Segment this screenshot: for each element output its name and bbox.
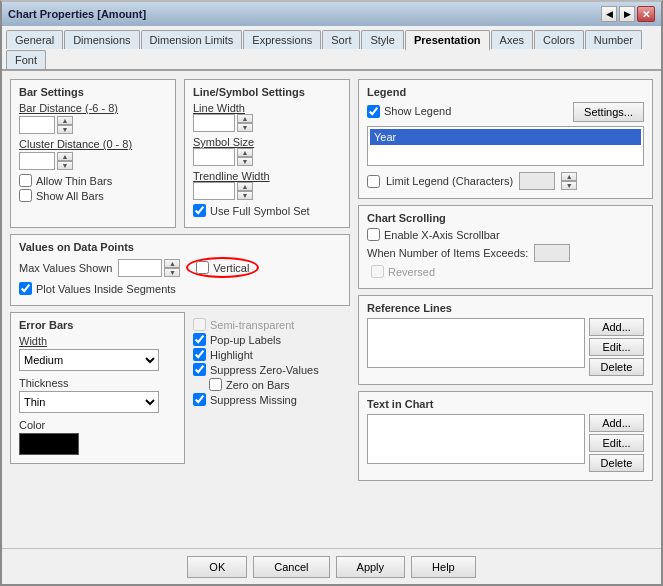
color-label: Color bbox=[19, 419, 176, 431]
trendline-spin-btns: ▲ ▼ bbox=[237, 182, 253, 200]
tab-dimensions[interactable]: Dimensions bbox=[64, 30, 139, 49]
cluster-distance-spinner: 5 ▲ ▼ bbox=[19, 152, 73, 170]
top-sections: Bar Settings Bar Distance (-6 - 8) 2 ▲ ▼ bbox=[10, 79, 350, 228]
symbol-size-input[interactable]: 2 pt bbox=[193, 148, 235, 166]
thickness-dropdown[interactable]: Thin Medium Thick bbox=[19, 391, 159, 413]
show-all-bars-checkbox[interactable] bbox=[19, 189, 32, 202]
color-picker[interactable] bbox=[19, 433, 79, 455]
line-width-up[interactable]: ▲ bbox=[237, 114, 253, 123]
suppress-zero-row: Suppress Zero-Values bbox=[193, 363, 350, 376]
suppress-zero-checkbox[interactable] bbox=[193, 363, 206, 376]
symbol-size-down[interactable]: ▼ bbox=[237, 157, 253, 166]
text-edit-button[interactable]: Edit... bbox=[589, 434, 644, 452]
suppress-zero-label: Suppress Zero-Values bbox=[210, 364, 319, 376]
values-on-data-section: Values on Data Points Max Values Shown 1… bbox=[10, 234, 350, 306]
tab-general[interactable]: General bbox=[6, 30, 63, 49]
cancel-button[interactable]: Cancel bbox=[253, 556, 329, 578]
enable-x-axis-label: Enable X-Axis Scrollbar bbox=[384, 229, 500, 241]
text-delete-button[interactable]: Delete bbox=[589, 454, 644, 472]
limit-input[interactable]: 15 bbox=[519, 172, 555, 190]
line-width-spinner: 2 pt ▲ ▼ bbox=[193, 114, 253, 132]
left-panel: Bar Settings Bar Distance (-6 - 8) 2 ▲ ▼ bbox=[10, 79, 350, 540]
legend-list[interactable]: Year bbox=[367, 126, 644, 166]
trendline-width-row: 1 pt ▲ ▼ bbox=[193, 182, 341, 200]
reversed-row: Reversed bbox=[367, 265, 644, 278]
max-values-up[interactable]: ▲ bbox=[164, 259, 180, 268]
cluster-distance-up[interactable]: ▲ bbox=[57, 152, 73, 161]
max-values-down[interactable]: ▼ bbox=[164, 268, 180, 277]
trendline-down[interactable]: ▼ bbox=[237, 191, 253, 200]
chart-scrolling-title: Chart Scrolling bbox=[367, 212, 644, 224]
error-bars-title: Error Bars bbox=[19, 319, 176, 331]
tab-dimension-limits[interactable]: Dimension Limits bbox=[141, 30, 243, 49]
enable-x-axis-checkbox[interactable] bbox=[367, 228, 380, 241]
trendline-width-input[interactable]: 1 pt bbox=[193, 182, 235, 200]
tab-font[interactable]: Font bbox=[6, 50, 46, 69]
max-values-spinner: 100 ▲ ▼ bbox=[118, 259, 180, 277]
error-bars-section: Error Bars Width Medium Narrow Wide Thic… bbox=[10, 312, 185, 464]
text-add-button[interactable]: Add... bbox=[589, 414, 644, 432]
width-dropdown[interactable]: Medium Narrow Wide bbox=[19, 349, 159, 371]
tab-axes[interactable]: Axes bbox=[491, 30, 533, 49]
tab-sort[interactable]: Sort bbox=[322, 30, 360, 49]
limit-down[interactable]: ▼ bbox=[561, 181, 577, 190]
max-values-label: Max Values Shown bbox=[19, 262, 112, 274]
ref-add-button[interactable]: Add... bbox=[589, 318, 644, 336]
suppress-missing-label: Suppress Missing bbox=[210, 394, 297, 406]
vertical-label: Vertical bbox=[213, 262, 249, 274]
vertical-checkbox[interactable] bbox=[196, 261, 209, 274]
symbol-size-spin-btns: ▲ ▼ bbox=[237, 148, 253, 166]
chart-scrolling-section: Chart Scrolling Enable X-Axis Scrollbar … bbox=[358, 205, 653, 289]
apply-button[interactable]: Apply bbox=[336, 556, 406, 578]
content-area: Bar Settings Bar Distance (-6 - 8) 2 ▲ ▼ bbox=[2, 71, 661, 548]
semi-transparent-checkbox[interactable] bbox=[193, 318, 206, 331]
close-button[interactable]: ✕ bbox=[637, 6, 655, 22]
cluster-distance-input[interactable]: 5 bbox=[19, 152, 55, 170]
ref-delete-button[interactable]: Delete bbox=[589, 358, 644, 376]
limit-legend-checkbox[interactable] bbox=[367, 175, 380, 188]
semi-transparent-label: Semi-transparent bbox=[210, 319, 294, 331]
ok-button[interactable]: OK bbox=[187, 556, 247, 578]
text-in-chart-title: Text in Chart bbox=[367, 398, 644, 410]
suppress-missing-checkbox[interactable] bbox=[193, 393, 206, 406]
max-values-input[interactable]: 100 bbox=[118, 259, 162, 277]
semi-transparent-row: Semi-transparent bbox=[193, 318, 350, 331]
tab-style[interactable]: Style bbox=[361, 30, 403, 49]
values-on-data-title: Values on Data Points bbox=[19, 241, 341, 253]
tab-expressions[interactable]: Expressions bbox=[243, 30, 321, 49]
cluster-distance-down[interactable]: ▼ bbox=[57, 161, 73, 170]
show-legend-label: Show Legend bbox=[384, 105, 451, 117]
allow-thin-bars-checkbox[interactable] bbox=[19, 174, 32, 187]
show-legend-checkbox[interactable] bbox=[367, 105, 380, 118]
legend-item-year[interactable]: Year bbox=[370, 129, 641, 145]
tab-colors[interactable]: Colors bbox=[534, 30, 584, 49]
popup-labels-label: Pop-up Labels bbox=[210, 334, 281, 346]
exceeds-input[interactable]: 10 bbox=[534, 244, 570, 262]
reversed-checkbox[interactable] bbox=[371, 265, 384, 278]
trendline-up[interactable]: ▲ bbox=[237, 182, 253, 191]
use-full-symbol-checkbox[interactable] bbox=[193, 204, 206, 217]
bar-distance-up[interactable]: ▲ bbox=[57, 116, 73, 125]
plot-values-checkbox[interactable] bbox=[19, 282, 32, 295]
zero-on-bars-checkbox[interactable] bbox=[209, 378, 222, 391]
max-values-row: Max Values Shown 100 ▲ ▼ Vertical bbox=[19, 257, 341, 278]
prev-arrow[interactable]: ◀ bbox=[601, 6, 617, 22]
tab-presentation[interactable]: Presentation bbox=[405, 30, 490, 51]
highlight-checkbox[interactable] bbox=[193, 348, 206, 361]
line-width-input[interactable]: 2 pt bbox=[193, 114, 235, 132]
bar-distance-input[interactable]: 2 bbox=[19, 116, 55, 134]
legend-settings-button[interactable]: Settings... bbox=[573, 102, 644, 122]
popup-labels-row: Pop-up Labels bbox=[193, 333, 350, 346]
next-arrow[interactable]: ▶ bbox=[619, 6, 635, 22]
popup-labels-checkbox[interactable] bbox=[193, 333, 206, 346]
help-button[interactable]: Help bbox=[411, 556, 476, 578]
cluster-distance-label: Cluster Distance (0 - 8) bbox=[19, 138, 167, 150]
tab-number[interactable]: Number bbox=[585, 30, 642, 49]
width-label: Width bbox=[19, 335, 176, 347]
bar-distance-row: 2 ▲ ▼ bbox=[19, 116, 167, 134]
symbol-size-up[interactable]: ▲ bbox=[237, 148, 253, 157]
line-width-down[interactable]: ▼ bbox=[237, 123, 253, 132]
ref-edit-button[interactable]: Edit... bbox=[589, 338, 644, 356]
limit-up[interactable]: ▲ bbox=[561, 172, 577, 181]
bar-distance-down[interactable]: ▼ bbox=[57, 125, 73, 134]
